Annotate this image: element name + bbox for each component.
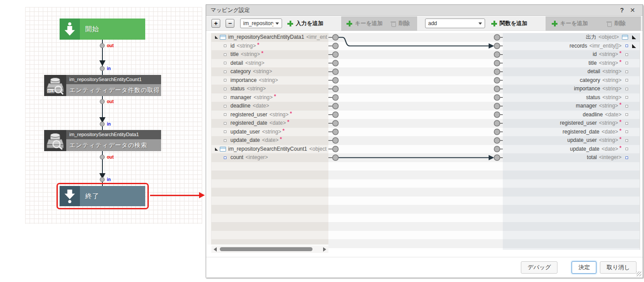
empty-row — [211, 214, 328, 223]
cancel-button[interactable]: 取り消し — [600, 261, 636, 274]
help-button[interactable]: ? — [617, 7, 627, 14]
source-row[interactable]: im_repositorySearchEntityCount1<object — [211, 145, 328, 154]
in-port[interactable] — [100, 122, 105, 126]
target-row[interactable]: total<integer> — [503, 153, 640, 162]
source-row[interactable]: detail<string> — [211, 59, 328, 68]
h-scrollbar[interactable] — [211, 245, 328, 253]
field-type: <string> — [247, 85, 266, 93]
source-row[interactable]: count<integer> — [211, 153, 328, 162]
field-bullet-icon — [625, 105, 628, 108]
target-row[interactable]: update_date<date>* — [503, 145, 640, 154]
source-row[interactable]: im_repositorySearchEntityData1<imr_ent — [211, 33, 328, 42]
empty-row — [503, 231, 640, 240]
in-port[interactable] — [100, 177, 105, 182]
scroll-track[interactable] — [219, 247, 321, 251]
target-row[interactable]: status<string> — [503, 93, 640, 102]
add-key-button[interactable]: キーを追加 — [552, 16, 588, 31]
scroll-right-button[interactable] — [323, 247, 326, 252]
delete-button[interactable]: 削除 — [606, 16, 625, 31]
tree-expander-icon[interactable] — [215, 148, 218, 151]
source-row[interactable]: registered_date<date>* — [211, 119, 328, 128]
source-row[interactable]: manager<string>* — [211, 93, 328, 102]
field-bullet-icon — [224, 96, 226, 99]
collapse-all-button[interactable]: − — [226, 19, 234, 28]
source-row[interactable]: status<string> — [211, 85, 328, 93]
required-asterisk: * — [261, 50, 264, 58]
empty-row — [503, 214, 640, 223]
expand-all-button[interactable]: + — [211, 19, 220, 28]
delete-label: 削除 — [399, 20, 410, 27]
canvas-row — [328, 231, 503, 240]
field-name: 出力 — [586, 33, 596, 42]
flow-canvas[interactable]: out in out in out in 開始 — [25, 7, 202, 224]
field-bullet-icon — [625, 156, 628, 159]
scroll-thumb[interactable] — [220, 247, 313, 251]
source-row[interactable]: deadline<date> — [211, 102, 328, 111]
data-task-node[interactable]: im_repositorySearchEntityData1 エンティティデータ… — [44, 130, 161, 151]
add-function-button[interactable]: 関数を追加 — [491, 16, 527, 31]
canvas-row — [328, 85, 503, 93]
count-task-node[interactable]: 012 im_repositorySearchEntityCount1 エンティ… — [44, 75, 161, 96]
source-row[interactable]: title<string>* — [211, 50, 328, 59]
target-row[interactable]: deadline<date> — [503, 111, 640, 119]
source-row[interactable]: update_user<string>* — [211, 128, 328, 137]
out-port[interactable] — [100, 99, 105, 104]
source-row[interactable]: id<string>* — [211, 42, 328, 51]
target-row[interactable]: detail<string> — [503, 67, 640, 76]
add-key-button[interactable]: キーを追加 — [346, 16, 383, 31]
scroll-left-button[interactable] — [214, 247, 217, 252]
field-type: <imr_entity[]> — [589, 42, 621, 51]
resize-handle[interactable] — [636, 271, 641, 276]
target-row[interactable]: update_user<string>* — [503, 136, 640, 145]
plus-icon — [491, 21, 497, 26]
dialog-titlebar[interactable]: マッピング設定 ? ✕ — [206, 5, 643, 16]
count-node-label: エンティティデータ件数の取得 — [66, 84, 161, 96]
tree-expander-icon[interactable] — [215, 36, 218, 39]
target-row[interactable]: importance<string> — [503, 85, 640, 93]
target-row[interactable]: category<string> — [503, 76, 640, 85]
required-asterisk: * — [619, 128, 621, 136]
source-row[interactable]: registered_user<string>* — [211, 111, 328, 119]
field-name: deadline — [583, 111, 603, 119]
debug-button[interactable]: デバッグ — [521, 261, 557, 274]
target-scroll-gutter[interactable] — [640, 33, 642, 250]
out-port[interactable] — [100, 155, 105, 160]
target-row[interactable]: id<string>* — [503, 50, 640, 59]
field-bullet-icon — [625, 122, 628, 125]
empty-row — [211, 188, 328, 197]
source-row[interactable]: importance<string> — [211, 76, 328, 85]
start-node[interactable]: 開始 — [60, 19, 145, 40]
field-name: category — [230, 67, 251, 76]
mapping-canvas[interactable] — [328, 33, 503, 250]
start-icon — [60, 19, 80, 40]
target-row[interactable]: title<string>* — [503, 59, 640, 68]
in-port[interactable] — [100, 66, 105, 71]
target-row[interactable]: registered_date<date>* — [503, 128, 640, 137]
field-bullet-icon — [224, 62, 226, 64]
source-row[interactable]: update_date<date>* — [211, 136, 328, 145]
field-name: registered_date — [563, 128, 599, 137]
target-disabled-group: キーを追加 削除 — [546, 16, 641, 31]
add-input-button[interactable]: 入力を追加 — [287, 16, 324, 31]
source-row[interactable]: category<string> — [211, 67, 328, 76]
target-row[interactable]: 出力<object> — [503, 33, 640, 42]
target-row[interactable]: records<imr_entity[]> — [503, 42, 640, 51]
target-row[interactable]: manager<string>* — [503, 102, 640, 111]
ok-button[interactable]: 決定 — [572, 261, 596, 274]
close-button[interactable]: ✕ — [627, 7, 638, 14]
add-input-label: 入力を追加 — [296, 20, 324, 27]
input-select[interactable]: im_repositorySear — [240, 19, 282, 28]
field-bullet-icon — [224, 88, 226, 90]
function-select[interactable]: add — [425, 19, 485, 28]
empty-row — [503, 222, 640, 231]
field-name: deadline — [230, 102, 250, 111]
delete-button[interactable]: 削除 — [391, 16, 410, 31]
target-row[interactable]: registered_user<string>* — [503, 119, 640, 128]
canvas-row — [328, 197, 503, 205]
field-type: <string> — [599, 102, 618, 111]
field-type: <date> — [602, 145, 618, 154]
entity-search-icon — [44, 130, 66, 151]
field-name: update_user — [230, 128, 260, 137]
out-port[interactable] — [100, 43, 105, 48]
source-scroll-gutter[interactable] — [207, 33, 211, 245]
